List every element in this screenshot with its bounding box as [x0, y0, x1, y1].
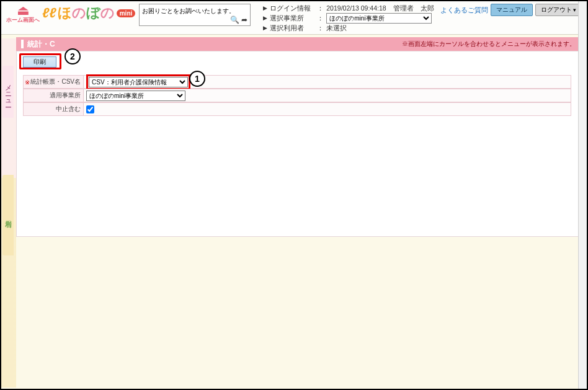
trouble-search[interactable]: お困りごとをお調べいたします。 🔍 ➦ — [139, 4, 251, 26]
triangle-icon: ▶ — [263, 24, 267, 32]
selected-user: 未選択 — [326, 24, 347, 33]
manual-button[interactable]: マニュアル — [491, 4, 533, 16]
callout-2: 2 — [65, 48, 81, 64]
side-tab-user[interactable]: 利用者 — [2, 175, 14, 255]
main-panel: 印刷 ※統計帳票・CSV名 CSV：利用者介護保険情報 適用事業所 ほのぼのmi… — [16, 51, 581, 237]
logout-button[interactable]: ログアウト▾ — [535, 4, 582, 16]
annotation-frame: CSV：利用者介護保険情報 — [86, 74, 190, 90]
section-title-bar: 統計・C ※画面左端にカーソルを合わせるとメニューが表示されます。 — [16, 37, 581, 51]
section-title: 統計・C — [27, 39, 55, 50]
app-header: ⏏ ホーム画面へ ℓℓ ほ の ぼ の mini お困りごとをお調べいたします。… — [1, 1, 587, 35]
app-logo: ℓℓ ほ の ぼ の mini — [42, 4, 135, 22]
print-button[interactable]: 印刷 — [23, 56, 56, 68]
triangle-icon: ▶ — [263, 4, 267, 12]
selected-office[interactable]: ほのぼのmini事業所 — [326, 13, 432, 24]
discontinued-checkbox[interactable] — [86, 105, 94, 113]
triangle-icon: ▶ — [263, 14, 267, 22]
search-icon[interactable]: 🔍 — [230, 16, 239, 24]
side-tab-menu[interactable]: メニュー — [2, 66, 14, 118]
faq-link[interactable]: よくあるご質問 — [440, 6, 488, 15]
home-icon: ⏏ — [6, 4, 40, 17]
home-link[interactable]: ⏏ ホーム画面へ — [6, 4, 40, 23]
login-info: ▶ ログイン情報： 2019/02/13 09:44:18 管理者 太郎 ▶ 選… — [263, 4, 434, 33]
office-select[interactable]: ほのぼのmini事業所 — [86, 91, 185, 101]
chevron-down-icon: ▾ — [573, 7, 576, 13]
section-hint: ※画面左端にカーソルを合わせるとメニューが表示されます。 — [402, 40, 576, 48]
trouble-text: お困りごとをお調べいたします。 — [142, 7, 235, 14]
criteria-form: ※統計帳票・CSV名 CSV：利用者介護保険情報 適用事業所 ほのぼのmini事… — [23, 75, 571, 116]
home-label: ホーム画面へ — [6, 17, 40, 23]
callout-1: 1 — [189, 71, 205, 87]
share-icon[interactable]: ➦ — [241, 16, 247, 24]
office-label: 適用事業所 — [23, 89, 84, 102]
vertical-scrollbar[interactable] — [578, 1, 587, 389]
csv-name-label: ※統計帳票・CSV名 — [23, 75, 84, 89]
login-datetime: 2019/02/13 09:44:18 管理者 太郎 — [326, 4, 434, 13]
csv-name-select[interactable]: CSV：利用者介護保険情報 — [89, 77, 188, 87]
discontinued-label: 中止含む — [23, 102, 84, 116]
